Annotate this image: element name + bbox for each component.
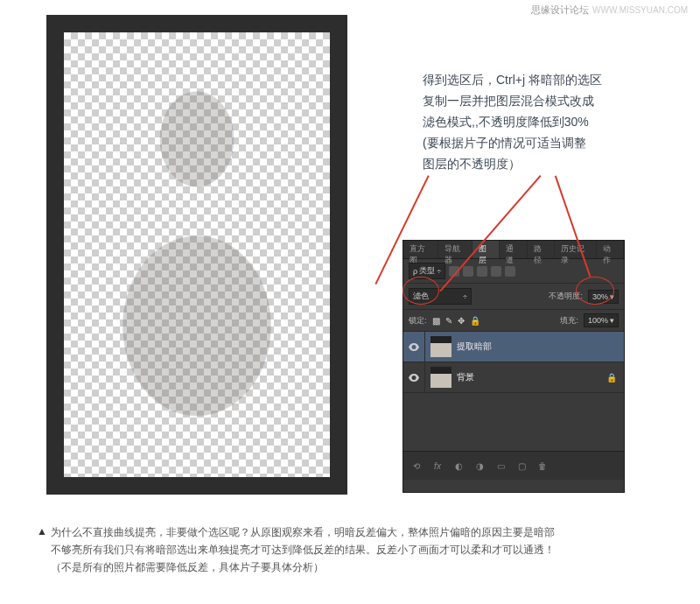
lock-pixels-icon[interactable]: ✎: [445, 316, 452, 326]
layer-row[interactable]: 提取暗部: [403, 332, 624, 362]
transparency-checker: [64, 32, 330, 477]
link-layers-icon[interactable]: ⟲: [410, 460, 423, 472]
footnote-line: 不够亮所有我们只有将暗部选出来单独提亮才可达到降低反差的结果。反差小了画面才可以…: [51, 541, 663, 558]
tab-channels[interactable]: 通道: [500, 241, 527, 258]
explain-line: 滤色模式,,不透明度降低到30%: [423, 111, 659, 132]
delete-layer-icon[interactable]: 🗑: [536, 460, 549, 472]
explanation-text: 得到选区后，Ctrl+j 将暗部的选区 复制一层并把图层混合模式改成 滤色模式,…: [423, 69, 659, 174]
annotation-circle-blend: [402, 277, 439, 305]
footnote-line: （不是所有的照片都需要降低反差，具体片子要具体分析）: [51, 558, 663, 576]
filter-type-icon[interactable]: [477, 266, 487, 277]
layer-preview-silhouette: [64, 32, 330, 477]
layer-thumbnail[interactable]: [430, 336, 452, 357]
explain-line: 得到选区后，Ctrl+j 将暗部的选区: [423, 69, 659, 90]
layer-row[interactable]: 背景 🔒: [403, 362, 624, 393]
watermark: 思缘设计论坛WWW.MISSYUAN.COM: [531, 4, 688, 17]
tab-navigator[interactable]: 导航器: [438, 241, 473, 258]
layer-fx-icon[interactable]: fx: [431, 460, 444, 472]
layer-list: 提取暗部 背景 🔒: [403, 332, 624, 451]
panel-tabs: 直方图 导航器 图层 通道 路径 历史记录 动作: [403, 241, 624, 259]
filter-adjust-icon[interactable]: [463, 266, 473, 277]
footnote-line: 为什么不直接曲线提亮，非要做个选区呢？从原图观察来看，明暗反差偏大，整体照片偏暗…: [51, 523, 663, 541]
filter-shape-icon[interactable]: [491, 266, 501, 277]
fill-value[interactable]: 100% ▾: [584, 313, 619, 327]
explain-line: 复制一层并把图层混合模式改成: [423, 90, 659, 111]
photo-frame: [46, 15, 347, 495]
visibility-toggle[interactable]: [403, 362, 425, 392]
lock-transparency-icon[interactable]: ▩: [432, 316, 440, 326]
footnote: 为什么不直接曲线提亮，非要做个选区呢？从原图观察来看，明暗反差偏大，整体照片偏暗…: [51, 523, 663, 576]
lock-position-icon[interactable]: ✥: [458, 316, 465, 326]
layer-thumbnail[interactable]: [430, 367, 452, 388]
eye-icon: [409, 343, 419, 351]
add-mask-icon[interactable]: ◐: [452, 460, 465, 472]
explain-line: 图层的不透明度）: [423, 153, 659, 174]
lock-all-icon[interactable]: 🔒: [470, 316, 480, 326]
watermark-url: WWW.MISSYUAN.COM: [592, 5, 688, 15]
lock-label: 锁定:: [409, 315, 427, 327]
adjustment-layer-icon[interactable]: ◑: [473, 460, 486, 472]
tab-paths[interactable]: 路径: [528, 241, 555, 258]
layers-panel-footer: ⟲ fx ◐ ◑ ▭ ▢ 🗑: [403, 451, 624, 480]
tab-history[interactable]: 历史记录: [555, 241, 597, 258]
new-layer-icon[interactable]: ▢: [515, 460, 528, 472]
layers-empty-area: [403, 393, 624, 451]
layer-name[interactable]: 背景: [457, 371, 474, 383]
annotation-circle-opacity: [576, 277, 614, 305]
tab-histogram[interactable]: 直方图: [403, 241, 438, 258]
new-group-icon[interactable]: ▭: [494, 460, 507, 472]
visibility-toggle[interactable]: [403, 332, 425, 362]
lock-row: 锁定: ▩ ✎ ✥ 🔒 填充: 100% ▾: [403, 310, 624, 332]
explain-line: (要根据片子的情况可适当调整: [423, 132, 659, 153]
layer-name[interactable]: 提取暗部: [457, 341, 492, 353]
filter-smart-icon[interactable]: [505, 266, 515, 277]
tab-actions[interactable]: 动作: [597, 241, 624, 258]
lock-icon: 🔒: [606, 373, 617, 383]
eye-icon: [409, 374, 419, 382]
triangle-bullet: ▲: [37, 525, 47, 537]
photo-canvas: [64, 32, 330, 477]
fill-label: 填充:: [560, 315, 578, 327]
